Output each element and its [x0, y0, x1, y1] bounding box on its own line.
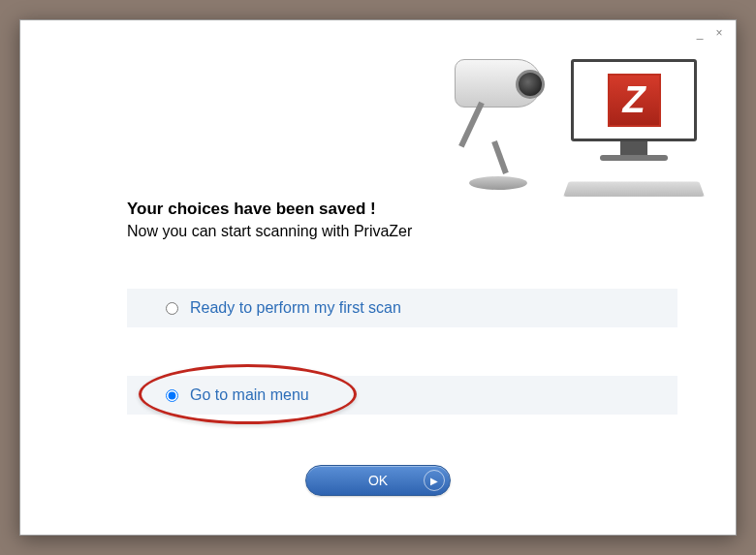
- option-main-menu[interactable]: Go to main menu: [127, 376, 677, 434]
- option-first-scan[interactable]: Ready to perform my first scan: [127, 289, 677, 347]
- radio-main-menu[interactable]: [166, 389, 178, 402]
- option-label: Go to main menu: [190, 386, 309, 404]
- camera-icon: [425, 49, 561, 195]
- radio-first-scan[interactable]: [166, 302, 178, 315]
- ok-button-label: OK: [368, 473, 388, 488]
- privazer-logo: Z: [608, 74, 661, 127]
- button-row: OK ▶: [20, 465, 736, 496]
- minimize-button[interactable]: _: [693, 28, 707, 40]
- arrow-right-icon: ▶: [424, 470, 445, 491]
- page-title: Your choices have been saved !: [127, 200, 677, 219]
- close-button[interactable]: ×: [712, 28, 726, 40]
- dialog-window: _ × Z Your choices have been saved ! Now…: [19, 19, 737, 536]
- keyboard-icon: [563, 182, 705, 198]
- option-label: Ready to perform my first scan: [190, 299, 401, 317]
- titlebar-controls: _ ×: [693, 28, 726, 40]
- monitor-icon: Z: [571, 59, 697, 166]
- header-illustration: Z: [406, 49, 697, 195]
- page-subtitle: Now you can start scanning with PrivaZer: [127, 223, 677, 240]
- ok-button[interactable]: OK ▶: [305, 465, 451, 496]
- content-area: Your choices have been saved ! Now you c…: [127, 200, 677, 463]
